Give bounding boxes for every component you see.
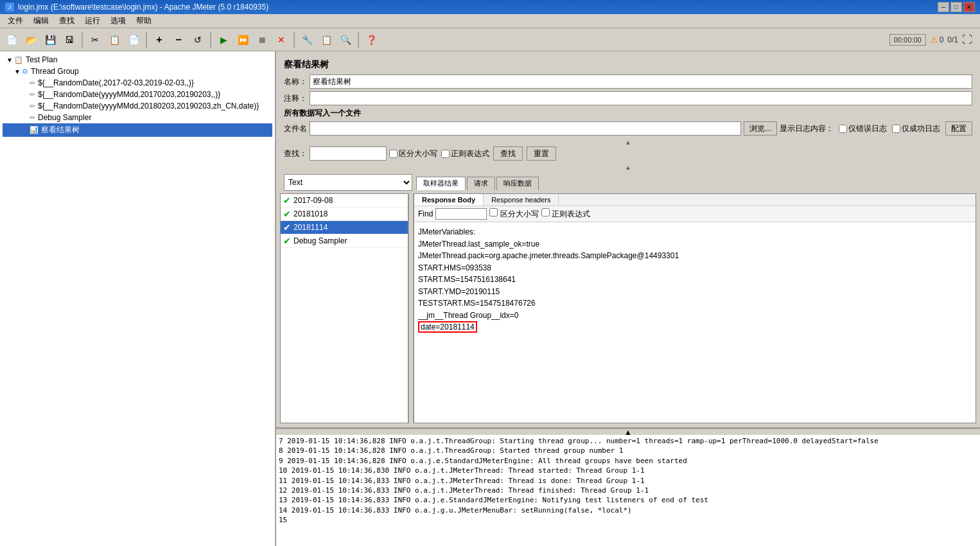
search-button[interactable]: 查找 (493, 146, 523, 161)
regex-checkbox[interactable] (441, 150, 450, 158)
viewer-top: 察看结果树 名称： 注释： 所有数据写入一个文件 文件名 浏览... (280, 55, 976, 172)
save-as-button[interactable]: 🖫 (60, 31, 78, 49)
tab-response-data[interactable]: 响应数据 (496, 177, 539, 190)
menu-edit[interactable]: 编辑 (28, 14, 54, 28)
tree-item-random1-label: ${__RandomDate(,2017-02-03,2019-02-03,,)… (38, 78, 194, 87)
find-case-checkbox[interactable] (489, 208, 498, 216)
reset-button[interactable]: 重置 (527, 146, 556, 161)
file-row: 文件名 浏览... 显示日志内容： 仅错误日志 仅成功日志 配置 (284, 121, 972, 136)
sample-item-0[interactable]: ✔ 2017-09-08 (281, 194, 408, 207)
sample-item-3[interactable]: ✔ Debug Sampler (281, 234, 408, 248)
error-log-checkbox[interactable] (839, 125, 847, 133)
sample-status-0: ✔ (283, 195, 291, 206)
titlebar: J login.jmx (E:\software\testcase\login.… (0, 0, 980, 14)
success-log-option[interactable]: 仅成功日志 (892, 123, 940, 134)
find-regex-checkbox[interactable] (541, 208, 550, 216)
tree-item-random2[interactable]: ✏ ${__RandomDate(yyyyMMdd,20170203,20190… (3, 89, 272, 100)
split-area: ✔ 2017-09-08 ✔ 20181018 ✔ 20181114 ✔ Deb… (280, 193, 976, 423)
minimize-button[interactable]: ─ (938, 2, 949, 12)
menu-options[interactable]: 选项 (105, 14, 131, 28)
paste-button[interactable]: 📄 (125, 31, 143, 49)
titlebar-left: J login.jmx (E:\software\testcase\login.… (5, 3, 268, 12)
reset-button[interactable]: ↺ (189, 31, 207, 49)
remove-button[interactable]: − (170, 31, 188, 49)
format-row: Text RegExp Tester CSS/JQuery Tester XPa… (280, 172, 976, 193)
log-expand[interactable]: ▲ (276, 428, 980, 435)
titlebar-controls[interactable]: ─ □ ✕ (938, 2, 975, 12)
tools-button[interactable]: 🔧 (298, 31, 316, 49)
find-regex-option[interactable]: 正则表达式 (541, 208, 590, 220)
help-button[interactable]: ❓ (362, 31, 380, 49)
expand-arrow-bottom[interactable]: ▲ (284, 163, 972, 172)
content-line-5: START.YMD=20190115 (418, 286, 500, 297)
start-no-pause-button[interactable]: ⏩ (234, 31, 252, 49)
search-input[interactable] (310, 146, 387, 161)
elapsed-time: 00:00:00 (889, 34, 926, 46)
tree-item-random2-label: ${__RandomDate(yyyyMMdd,20170203,2019020… (38, 90, 220, 99)
menu-help[interactable]: 帮助 (131, 14, 157, 28)
cut-button[interactable]: ✂ (86, 31, 104, 49)
find-label: Find (418, 209, 433, 218)
tab-sampler-result[interactable]: 取样器结果 (416, 177, 466, 190)
tree-item-threadgroup[interactable]: ▼ ⚙ Thread Group (3, 66, 272, 77)
content-line-1: JMeterThread.last_sample_ok=true (418, 238, 539, 250)
search-label-text: 查找： (284, 148, 307, 159)
sample-item-2[interactable]: ✔ 20181114 (281, 221, 408, 234)
close-button[interactable]: ✕ (963, 2, 975, 12)
expand-threadgroup-icon: ▼ (13, 68, 22, 75)
shutdown-button[interactable]: ✕ (272, 31, 290, 49)
comment-input[interactable] (310, 91, 972, 105)
comment-row: 注释： (284, 91, 972, 105)
expand-arrow-top[interactable]: ▲ (284, 138, 972, 146)
tree-item-random1[interactable]: ✏ ${__RandomDate(,2017-02-03,2019-02-03,… (3, 77, 272, 89)
name-label: 名称： (284, 76, 307, 87)
tab-response-headers[interactable]: Response headers (484, 194, 559, 206)
tree-item-debug[interactable]: ✏ Debug Sampler (3, 112, 272, 123)
regex-option[interactable]: 正则表达式 (441, 148, 489, 159)
case-sensitive-checkbox[interactable] (389, 150, 398, 158)
alldata-label: 所有数据写入一个文件 (284, 108, 972, 119)
menu-file[interactable]: 文件 (3, 14, 28, 28)
content-line-7: __jm__Thread Group__idx=0 (418, 310, 518, 321)
separator-3 (210, 32, 211, 48)
success-log-checkbox[interactable] (892, 125, 900, 133)
error-log-option[interactable]: 仅错误日志 (839, 123, 887, 134)
tree-item-debug-label: Debug Sampler (38, 113, 91, 122)
tree-item-random3-label: ${__RandomDate(yyyyMMdd,20180203,2019020… (38, 101, 259, 110)
tree-item-random3[interactable]: ✏ ${__RandomDate(yyyyMMdd,20180203,20190… (3, 100, 272, 112)
find-input[interactable] (435, 208, 487, 220)
tab-response-body[interactable]: Response Body (414, 194, 484, 206)
file-input[interactable] (310, 121, 741, 136)
search-toolbar-button[interactable]: 🔍 (337, 31, 354, 49)
tree-item-threadgroup-label: Thread Group (31, 67, 79, 76)
copy-button[interactable]: 📋 (105, 31, 123, 49)
menu-run[interactable]: 运行 (80, 14, 105, 28)
add-button[interactable]: + (150, 31, 168, 49)
start-button[interactable]: ▶ (214, 31, 232, 49)
search-row: 查找： 区分大小写 正则表达式 查找 重置 (284, 146, 972, 161)
browse-button[interactable]: 浏览... (744, 121, 777, 136)
menu-search[interactable]: 查找 (54, 14, 80, 28)
open-button[interactable]: 📂 (22, 31, 40, 49)
fullscreen-icon[interactable]: ⛶ (962, 34, 972, 46)
format-select[interactable]: Text RegExp Tester CSS/JQuery Tester XPa… (284, 174, 412, 191)
split-divider[interactable] (408, 193, 414, 423)
name-input[interactable] (310, 75, 972, 89)
stop-button[interactable]: ⏹ (253, 31, 271, 49)
response-content: JMeterVariables: JMeterThread.last_sampl… (414, 222, 976, 423)
config-button[interactable]: 配置 (945, 121, 972, 136)
tree-item-testplan[interactable]: ▼ 📋 Test Plan (3, 54, 272, 66)
sample-item-1[interactable]: ✔ 20181018 (281, 207, 408, 221)
sample-label-0: 2017-09-08 (293, 196, 333, 205)
file-label: 文件名 (284, 123, 307, 134)
tree-item-resulttree[interactable]: 📊 察看结果树 (3, 123, 272, 137)
templates-button[interactable]: 📋 (317, 31, 335, 49)
case-sensitive-option[interactable]: 区分大小写 (389, 148, 437, 159)
find-case-option[interactable]: 区分大小写 (489, 208, 538, 220)
new-button[interactable]: 📄 (3, 31, 21, 49)
toolbar-status: 00:00:00 ⚠ 0 0/1 ⛶ (889, 34, 972, 46)
tab-request[interactable]: 请求 (467, 177, 495, 190)
sample-list: ✔ 2017-09-08 ✔ 20181018 ✔ 20181114 ✔ Deb… (280, 193, 408, 423)
maximize-button[interactable]: □ (950, 2, 962, 12)
save-button[interactable]: 💾 (41, 31, 59, 49)
